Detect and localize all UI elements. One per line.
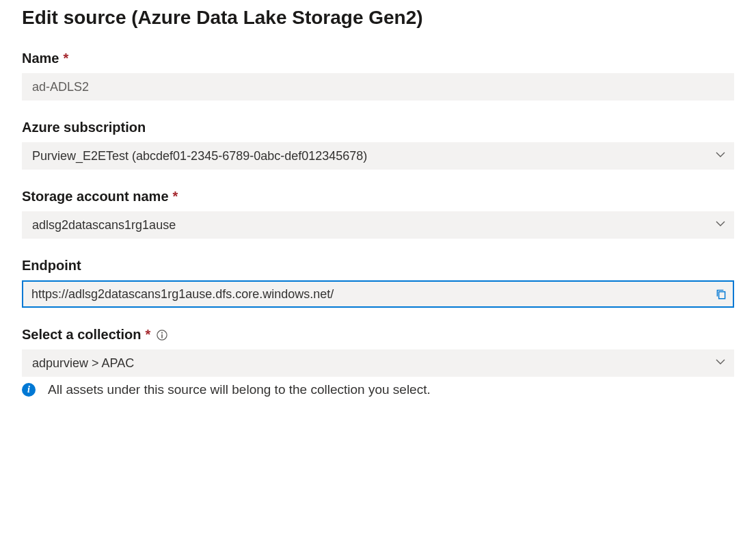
subscription-label: Azure subscription bbox=[22, 120, 146, 135]
required-mark: * bbox=[173, 189, 178, 204]
field-collection: Select a collection * adpurview > APAC i… bbox=[22, 327, 734, 397]
name-label: Name * bbox=[22, 51, 68, 66]
copy-icon[interactable] bbox=[715, 288, 727, 300]
required-mark: * bbox=[146, 327, 151, 343]
field-subscription: Azure subscription Purview_E2ETest (abcd… bbox=[22, 120, 734, 170]
svg-point-2 bbox=[161, 332, 163, 333]
subscription-select[interactable]: Purview_E2ETest (abcdef01-2345-6789-0abc… bbox=[22, 142, 734, 170]
collection-select[interactable]: adpurview > APAC bbox=[22, 349, 734, 377]
required-mark: * bbox=[63, 51, 68, 66]
storage-account-select[interactable]: adlsg2datascans1rg1ause bbox=[22, 211, 734, 239]
name-label-text: Name bbox=[22, 51, 59, 66]
endpoint-label-text: Endpoint bbox=[22, 258, 81, 274]
subscription-label-text: Azure subscription bbox=[22, 120, 146, 135]
collection-label: Select a collection * bbox=[22, 327, 168, 343]
svg-rect-3 bbox=[162, 334, 163, 338]
collection-helper-text: All assets under this source will belong… bbox=[48, 382, 431, 397]
field-name: Name * bbox=[22, 51, 734, 101]
page-title: Edit source (Azure Data Lake Storage Gen… bbox=[22, 7, 734, 29]
field-endpoint: Endpoint bbox=[22, 258, 734, 308]
collection-helper: i All assets under this source will belo… bbox=[22, 382, 734, 397]
collection-label-text: Select a collection bbox=[22, 327, 141, 343]
storage-account-label-text: Storage account name bbox=[22, 189, 169, 204]
name-input[interactable] bbox=[22, 73, 734, 101]
storage-account-value: adlsg2datascans1rg1ause bbox=[32, 218, 176, 232]
endpoint-input[interactable] bbox=[22, 280, 734, 308]
storage-account-label: Storage account name * bbox=[22, 189, 178, 204]
info-filled-icon: i bbox=[22, 383, 36, 397]
subscription-value: Purview_E2ETest (abcdef01-2345-6789-0abc… bbox=[32, 149, 367, 163]
endpoint-label: Endpoint bbox=[22, 258, 81, 274]
collection-value: adpurview > APAC bbox=[32, 356, 134, 371]
field-storage-account: Storage account name * adlsg2datascans1r… bbox=[22, 189, 734, 239]
info-icon[interactable] bbox=[156, 329, 168, 341]
svg-rect-0 bbox=[719, 292, 725, 299]
